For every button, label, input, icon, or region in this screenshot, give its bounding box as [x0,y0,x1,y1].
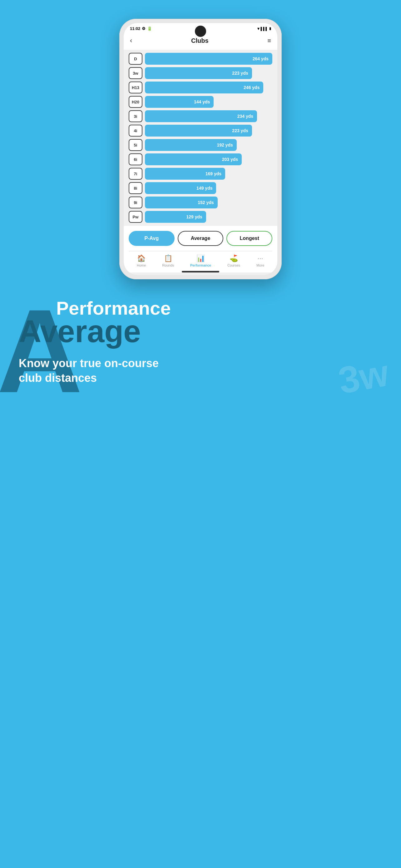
club-bar-container: 192 yds [145,139,272,151]
battery-icon: ▮ [269,27,271,31]
club-bar-container: 223 yds [145,125,272,136]
club-row[interactable]: D264 yds [129,53,272,65]
club-label: 3i [129,110,142,122]
more-label: More [257,264,264,267]
club-yards: 129 yds [186,214,202,219]
back-button[interactable]: ‹ [130,36,132,45]
time-display: 11:02 [130,26,140,31]
club-label: D [129,53,142,65]
performance-icon: 📊 [196,254,205,262]
club-bar-container: 169 yds [145,168,272,180]
club-yards: 169 yds [205,171,222,176]
club-yards: 246 yds [244,85,260,90]
club-bar: 264 yds [145,53,272,65]
club-yards: 234 yds [237,114,253,119]
club-label: H20 [129,96,142,108]
club-yards: 152 yds [198,200,213,205]
page-title: Clubs [191,37,209,44]
club-bar: 234 yds [145,110,257,122]
home-icon: 🏠 [137,254,145,262]
rounds-icon: 📋 [164,254,172,262]
filter-icon[interactable]: ≡ [267,37,271,44]
club-row[interactable]: 8i149 yds [129,182,272,194]
club-yards: 149 yds [196,186,212,191]
club-bar-container: 144 yds [145,96,272,108]
camera-notch [195,26,206,37]
courses-label: Courses [227,264,240,267]
club-bar: 223 yds [145,125,252,136]
filter-button-pavg[interactable]: P-Avg [129,231,175,246]
status-bar: 11:02 ⚙ 🔋 ▾ ▌▌▌ ▮ [124,23,277,33]
more-icon: ··· [257,254,263,262]
home-indicator [182,271,219,273]
club-label: 8i [129,182,142,194]
status-right: ▾ ▌▌▌ ▮ [257,26,271,31]
filter-buttons: P-AvgAverageLongest [129,231,272,246]
club-row[interactable]: H20144 yds [129,96,272,108]
nav-item-more[interactable]: ···More [257,254,264,267]
signal-icon: ▌▌▌ [261,27,268,31]
marketing-title-line2: Average [19,316,382,347]
club-bar: 246 yds [145,82,263,93]
club-bar-container: 129 yds [145,211,272,223]
courses-icon: ⛳ [230,254,238,262]
club-label: 4i [129,125,142,136]
marketing-subtitle: Know your true on-course club distances [19,356,175,385]
club-row[interactable]: 7i169 yds [129,168,272,180]
club-yards: 223 yds [232,71,248,75]
club-label: 7i [129,168,142,180]
club-row[interactable]: 6i203 yds [129,153,272,165]
club-bar: 149 yds [145,182,216,194]
performance-label: Performance [190,264,211,267]
bottom-section: P-AvgAverageLongest 🏠Home📋Rounds📊Perform… [124,226,277,273]
club-bar: 192 yds [145,139,237,151]
nav-item-rounds[interactable]: 📋Rounds [162,254,174,267]
club-label: 6i [129,153,142,165]
gear-icon: ⚙ [142,26,145,31]
club-label: 5i [129,139,142,151]
club-bar: 223 yds [145,67,252,79]
phone-screen: 11:02 ⚙ 🔋 ▾ ▌▌▌ ▮ ‹ Clubs ≡ D264 yds3w22… [124,23,277,275]
club-bar: 152 yds [145,196,218,208]
club-yards: 223 yds [232,128,248,133]
club-bar-container: 234 yds [145,110,272,122]
club-row[interactable]: 9i152 yds [129,196,272,208]
nav-item-home[interactable]: 🏠Home [137,254,146,267]
club-row[interactable]: 3i234 yds [129,110,272,122]
club-bar-container: 149 yds [145,182,272,194]
club-row[interactable]: Pw129 yds [129,211,272,223]
club-row[interactable]: H13246 yds [129,82,272,93]
club-bar-container: 203 yds [145,153,272,165]
club-bar: 129 yds [145,211,206,223]
filter-button-average[interactable]: Average [178,231,224,246]
club-bar-container: 152 yds [145,196,272,208]
nav-item-performance[interactable]: 📊Performance [190,254,211,267]
club-row[interactable]: 3w223 yds [129,67,272,79]
nav-item-courses[interactable]: ⛳Courses [227,254,240,267]
phone-frame: 11:02 ⚙ 🔋 ▾ ▌▌▌ ▮ ‹ Clubs ≡ D264 yds3w22… [119,19,282,279]
club-yards: 264 yds [253,56,269,61]
club-label: H13 [129,82,142,93]
club-bar: 169 yds [145,168,225,180]
club-bar-container: 223 yds [145,67,272,79]
filter-button-longest[interactable]: Longest [226,231,272,246]
wifi-icon: ▾ [257,26,260,31]
rounds-label: Rounds [162,264,174,267]
club-bar-container: 246 yds [145,82,272,93]
bottom-nav: 🏠Home📋Rounds📊Performance⛳Courses···More [129,251,272,269]
club-row[interactable]: 5i192 yds [129,139,272,151]
battery-saver-icon: 🔋 [147,26,152,31]
club-bar: 203 yds [145,153,242,165]
club-label: Pw [129,211,142,223]
club-label: 9i [129,196,142,208]
club-list: D264 yds3w223 ydsH13246 ydsH20144 yds3i2… [124,50,277,226]
home-label: Home [137,264,146,267]
club-yards: 144 yds [194,99,210,104]
marketing-content: Performance Average Know your true on-co… [19,298,382,385]
club-yards: 192 yds [217,143,233,148]
club-bar: 144 yds [145,96,213,108]
club-row[interactable]: 4i223 yds [129,125,272,136]
club-label: 3w [129,67,142,79]
club-bar-container: 264 yds [145,53,272,65]
club-yards: 203 yds [222,157,238,162]
